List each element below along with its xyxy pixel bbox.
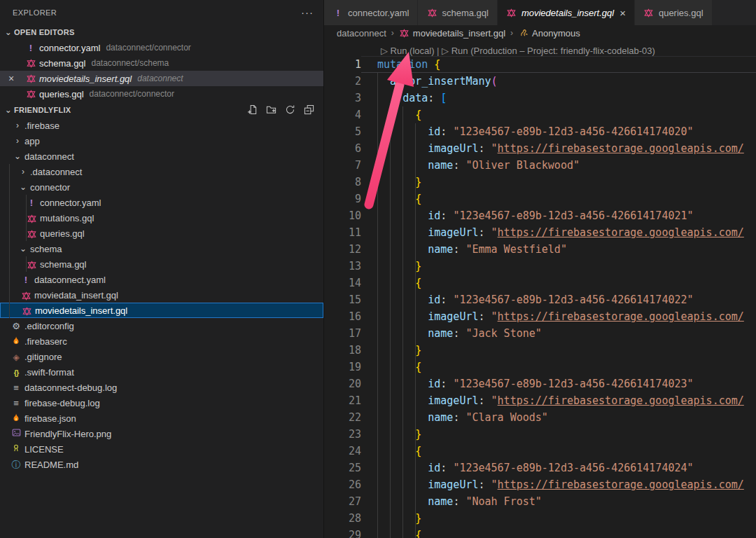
code-line[interactable]: 9 { [324,191,756,207]
tab-queries-gql[interactable]: queries.gql [635,0,713,25]
code-line[interactable]: 19 { [324,359,756,375]
url-link[interactable]: https://firebasestorage.googleapis.com/ [498,310,744,323]
code-line[interactable]: 1mutation { [324,56,756,73]
tab-schema-gql[interactable]: schema.gql [418,0,497,25]
code-line[interactable]: 20 id: "123e4567-e89b-12d3-a456-42661417… [324,375,756,392]
collapse-all-icon[interactable] [302,104,315,116]
firebase-flame-icon [10,413,22,423]
line-number: 6 [324,140,361,157]
line-content: imageUrl: "https://firebasestorage.googl… [361,476,756,493]
graphql-icon [25,89,36,98]
tree-item-dataconnect[interactable]: ⌄dataconnect [0,149,323,164]
url-link[interactable]: https://firebasestorage.googleapis.com/ [498,142,744,155]
tree-item-firebase-debug-log[interactable]: ≡firebase-debug.log [0,395,323,411]
graphql-icon [25,58,36,67]
code-line[interactable]: 6 imageUrl: "https://firebasestorage.goo… [324,140,756,157]
more-actions-icon[interactable]: ··· [301,6,314,18]
code-line[interactable]: 5 id: "123e4567-e89b-12d3-a456-426614174… [324,123,756,140]
code-line[interactable]: 29 { [324,527,756,538]
breadcrumb-separator: › [510,28,513,38]
tab-moviedetails-insert-gql[interactable]: moviedetails_insert.gql× [498,0,635,25]
code-line[interactable]: 11 imageUrl: "https://firebasestorage.go… [324,224,756,241]
code-line[interactable]: 22 name: "Clara Woods" [324,409,756,426]
run-production-link[interactable]: ▷ Run (Production – Project: friendly-fl… [442,46,655,56]
code-line[interactable]: 28 } [324,510,756,527]
url-link[interactable]: https://firebasestorage.googleapis.com/ [498,394,744,407]
tree-item--dataconnect[interactable]: ›.dataconnect [0,164,323,179]
code-line[interactable]: 25 id: "123e4567-e89b-12d3-a456-42661417… [324,460,756,476]
url-link[interactable]: https://firebasestorage.googleapis.com/ [498,226,744,239]
graphql-icon [399,28,410,37]
chevron-right-icon: › [13,136,22,146]
breadcrumb-item[interactable]: Anonymous [518,28,580,39]
tree-item-label: .firebaserc [24,336,67,347]
code-line[interactable]: 10 id: "123e4567-e89b-12d3-a456-42661417… [324,207,756,224]
code-line[interactable]: 12 name: "Emma Westfield" [324,241,756,258]
tree-item-friendlyflix-hero-png[interactable]: FriendlyFlix-Hero.png [0,426,323,441]
tree-item-dataconnect-debug-log[interactable]: ≡dataconnect-debug.log [0,380,323,395]
tree-item-connector-yaml[interactable]: !connector.yaml [0,195,323,210]
refresh-icon[interactable] [284,104,296,116]
code-line[interactable]: 21 imageUrl: "https://firebasestorage.go… [324,392,756,409]
new-folder-icon[interactable] [265,104,277,116]
code-line[interactable]: 24 { [324,443,756,460]
tree-item-queries-gql[interactable]: queries.gql [0,226,323,241]
tree-item--firebase[interactable]: ›.firebase [0,118,323,133]
project-root-header[interactable]: ⌄ FRIENDLYFLIX [0,102,323,118]
code-line[interactable]: 23 } [324,426,756,443]
code-line[interactable]: 13 } [324,258,756,275]
editor-indent-guide [402,106,403,538]
line-number: 28 [324,510,361,527]
breadcrumb-item[interactable]: moviedetails_insert.gql [399,28,505,39]
code-line[interactable]: 18 } [324,342,756,359]
tree-item-moviedetails-insert-gql[interactable]: moviedetails_insert.gql [0,303,323,318]
code-line[interactable]: 4 { [324,106,756,123]
line-content: } [361,174,756,191]
url-link[interactable]: https://firebasestorage.googleapis.com/ [498,478,744,491]
line-number: 23 [324,426,361,443]
code-line[interactable]: 26 imageUrl: "https://firebasestorage.go… [324,476,756,493]
tree-indent-guide [9,164,10,318]
open-editor-item[interactable]: queries.gqldataconnect/connector [0,86,323,102]
close-icon[interactable]: × [6,73,17,84]
line-number: 13 [324,258,361,275]
code-line[interactable]: 16 imageUrl: "https://firebasestorage.go… [324,308,756,325]
tree-item-moviedata-insert-gql[interactable]: moviedata_insert.gql [0,287,323,303]
code-line[interactable]: 27 name: "Noah Frost" [324,493,756,510]
run-local-link[interactable]: ▷ Run (local) [381,46,434,56]
tree-item-schema-gql[interactable]: schema.gql [0,256,323,272]
tree-item-mutations-gql[interactable]: mutations.gql [0,210,323,226]
tree-item-label: connector [30,182,70,193]
tree-item--editorconfig[interactable]: ⚙.editorconfig [0,318,323,333]
open-editor-item[interactable]: !connector.yamldataconnect/connector [0,40,323,55]
breadcrumb-item[interactable]: dataconnect [337,28,386,39]
open-editor-item[interactable]: ×moviedetails_insert.gqldataconnect [0,71,323,86]
tree-item-dataconnect-yaml[interactable]: !dataconnect.yaml [0,272,323,287]
tree-item--gitignore[interactable]: ◈.gitignore [0,349,323,364]
tree-item-readme-md[interactable]: ⓘREADME.md [0,457,323,472]
code-line[interactable]: 15 id: "123e4567-e89b-12d3-a456-42661417… [324,291,756,308]
code-line[interactable]: 3 data: [ [324,90,756,106]
tree-item--firebaserc[interactable]: .firebaserc [0,333,323,349]
tree-item-connector[interactable]: ⌄connector [0,179,323,195]
open-editors-header[interactable]: ⌄ OPEN EDITORS [0,25,323,40]
tree-item-schema[interactable]: ⌄schema [0,241,323,256]
code-line[interactable]: 7 name: "Oliver Blackwood" [324,157,756,174]
tree-item-license[interactable]: LICENSE [0,441,323,457]
tree-item-app[interactable]: ›app [0,133,323,149]
code-line[interactable]: 17 name: "Jack Stone" [324,325,756,342]
line-content: data: [ [361,90,756,106]
code-line[interactable]: 2 actor_insertMany( [324,73,756,90]
code-line[interactable]: 14 { [324,275,756,291]
tree-item--swift-format[interactable]: {}.swift-format [0,364,323,380]
open-editor-item[interactable]: schema.gqldataconnect/schema [0,55,323,71]
line-number: 15 [324,291,361,308]
code-editor[interactable]: ▷ Run (local) | ▷ Run (Production – Proj… [324,41,756,538]
line-content: id: "123e4567-e89b-12d3-a456-42661417402… [361,207,756,224]
close-icon[interactable]: × [620,7,626,19]
tree-item-firebase-json[interactable]: firebase.json [0,411,323,426]
tab-connector-yaml[interactable]: !connector.yaml [324,0,418,25]
code-line[interactable]: 8 } [324,174,756,191]
new-file-icon[interactable] [246,104,258,116]
line-number: 19 [324,359,361,375]
